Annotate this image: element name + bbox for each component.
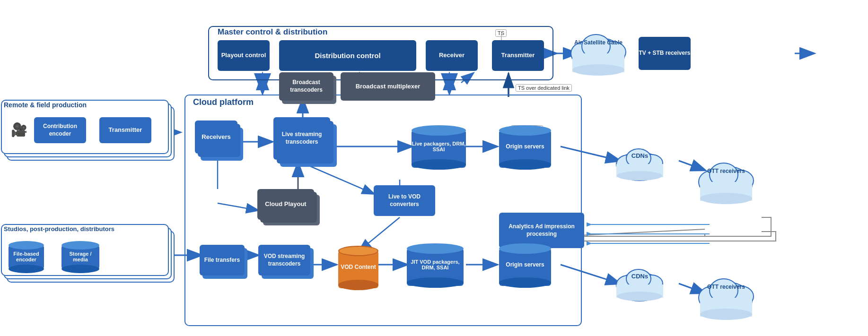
vod-transcoders-box: VOD streaming transcoders (258, 245, 310, 276)
tv-stb-receivers-box: TV + STB receivers (639, 37, 691, 70)
live-to-vod-box: Live to VOD converters (374, 185, 435, 216)
origin-servers-2-box: Origin servers (499, 243, 551, 286)
cloud-platform-title: Cloud platform (193, 97, 254, 107)
origin-servers-1-box: Origin servers (499, 125, 551, 168)
file-based-encoder-box: File-based encoder (9, 241, 44, 269)
analytics-box: Analytics Ad impression processing (499, 213, 584, 248)
transmitter-left-top-box: Transmitter (99, 117, 151, 143)
file-transfers-box: File transfers (200, 245, 245, 276)
live-transcoders-box: Live streaming transcoders (273, 117, 330, 160)
cloud-playout-box: Cloud Playout (257, 189, 314, 220)
contribution-encoder-box: Contribution encoder (34, 117, 86, 143)
ott-receivers-top: OTT receivers (695, 156, 757, 208)
svg-point-70 (617, 292, 662, 301)
transmitter-master-box: Transmitter (492, 40, 544, 71)
ts-link-label: TS over dedicated link (516, 84, 572, 92)
storage-media-box: Storage / media (61, 241, 99, 269)
svg-point-60 (700, 193, 752, 204)
broadcast-multiplexer-box: Broadcast multiplexer (341, 72, 435, 101)
receivers-box: Receivers (195, 121, 237, 154)
cdns-bottom-cloud: CDNs (613, 262, 667, 305)
remote-production-title: Remote & field production (4, 101, 87, 109)
ts-label: TS (495, 29, 507, 37)
live-packagers-box: Live packagers, DRM, SSAI (412, 125, 466, 168)
distribution-control-box: Distribution control (279, 40, 416, 71)
svg-point-48 (572, 64, 624, 76)
camera-icon: 🎥 (9, 119, 30, 140)
svg-point-54 (617, 171, 662, 181)
receiver-master-box: Receiver (426, 40, 478, 71)
studios-title: Studios, post-production, distributors (4, 225, 114, 233)
master-control-title: Master control & distribution (218, 27, 327, 37)
broadcast-transcoders-box: Broadcast transcoders (279, 72, 333, 101)
playout-control-box: Playout control (218, 40, 270, 71)
svg-point-76 (700, 309, 752, 320)
jit-vod-packagers-box: JIT VOD packagers, DRM, SSAI (407, 243, 464, 286)
cdns-top-cloud: CDNs (613, 142, 667, 184)
vod-content-box: VOD Content (338, 246, 378, 288)
air-satellite-cable-cloud: Air Satellite Cable (568, 27, 629, 79)
ott-receivers-bottom: OTT receivers (695, 272, 757, 324)
